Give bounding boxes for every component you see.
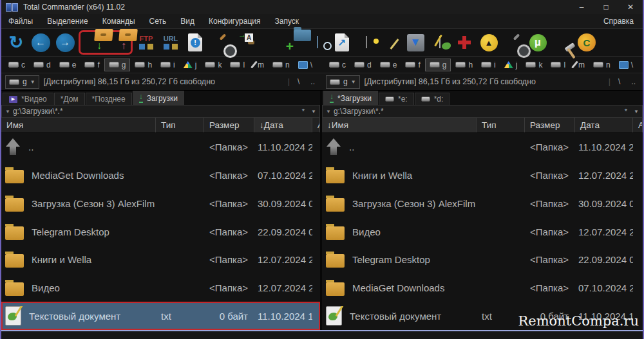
drive-h-button[interactable]: h	[451, 59, 477, 71]
drive-f-button[interactable]: f	[80, 59, 103, 71]
refresh-button[interactable]: ↻	[4, 30, 28, 55]
drive-g-button[interactable]: g	[425, 59, 451, 71]
drive-c-button[interactable]: c	[5, 59, 29, 71]
delete-button[interactable]	[256, 30, 281, 55]
path-dropdown-icon[interactable]: ▼	[326, 109, 331, 115]
drive-e-button[interactable]: e	[55, 59, 80, 71]
everything-search-button[interactable]	[501, 30, 526, 55]
menu-mark[interactable]: Выделение	[40, 17, 95, 26]
drive-j-button[interactable]: j	[180, 59, 201, 71]
menu-files[interactable]: Файлы	[1, 17, 40, 26]
menu-show[interactable]: Вид	[173, 17, 202, 26]
open-file-button[interactable]: ↗	[330, 30, 354, 55]
drive-l-button[interactable]: l	[547, 59, 569, 71]
drive-n-button[interactable]: n	[589, 59, 614, 71]
drive-i-button[interactable]: i	[477, 59, 500, 71]
folder-tab[interactable]: *d:	[415, 93, 450, 105]
favorites-button[interactable]: *	[302, 107, 305, 115]
screenshot-frame-button[interactable]	[452, 30, 477, 55]
file-row[interactable]: MediaGet Downloads<Папка>07.10.2024 2	[322, 274, 643, 302]
file-info-button[interactable]: !	[183, 30, 207, 55]
drive-d-button[interactable]: d	[350, 59, 375, 71]
column-header-attr[interactable]: А	[633, 118, 643, 133]
file-row[interactable]: Видео<Папка>12.07.2024 2	[322, 217, 643, 246]
drive-m-button[interactable]: m	[249, 59, 268, 71]
history-dropdown-button[interactable]: ▼	[311, 109, 316, 115]
drive-m-button[interactable]: m	[570, 59, 589, 71]
column-header-name[interactable]: Имя	[1, 118, 156, 133]
column-header-type[interactable]: Тип	[156, 118, 204, 133]
forward-button[interactable]: →	[53, 30, 77, 55]
drive-k-button[interactable]: k	[522, 59, 546, 71]
path-bar[interactable]: ▼ g:\Загрузки\*.* * ▼	[322, 105, 643, 118]
file-row[interactable]: Видео<Папка>12.07.2024 2	[1, 274, 320, 302]
root-dir-button[interactable]: \	[294, 77, 303, 86]
menu-help[interactable]: Справка	[594, 17, 643, 26]
minimize-button[interactable]: –	[569, 0, 594, 14]
notepad-plus-plus-button[interactable]	[428, 30, 452, 55]
pack-files-button[interactable]: ↓	[81, 30, 106, 55]
archive-tools-button[interactable]	[379, 30, 403, 55]
close-button[interactable]: ✕	[618, 0, 643, 14]
downloader-button[interactable]: ▼	[403, 30, 428, 55]
aimp-button[interactable]: ▲	[477, 30, 501, 55]
file-row[interactable]: Загрузка (Сезон 3) AlexFilm<Папка>30.09.…	[1, 189, 320, 217]
parent-dir-button[interactable]: ..	[628, 77, 639, 86]
file-row[interactable]: Загрузка (Сезон 3) AlexFilm<Папка>30.09.…	[322, 189, 643, 217]
back-button[interactable]: ←	[28, 30, 53, 55]
path-bar[interactable]: ▼ g:\Загрузки\*.* * ▼	[1, 105, 320, 118]
favorites-button[interactable]: *	[625, 107, 627, 115]
network-drive-button[interactable]: \	[615, 59, 637, 71]
drive-e-button[interactable]: e	[376, 59, 401, 71]
column-header-attr[interactable]: А	[312, 118, 320, 133]
drive-k-button[interactable]: k	[201, 59, 225, 71]
column-header-date[interactable]: Дата	[575, 118, 633, 133]
root-dir-button[interactable]: \	[615, 77, 623, 86]
xnview-button[interactable]: C	[574, 30, 599, 55]
drive-select[interactable]: g ▼	[5, 75, 39, 89]
image-viewer-button[interactable]	[354, 30, 379, 55]
file-row[interactable]: Книги и Wella<Папка>12.07.2024 2	[1, 246, 320, 274]
search-button[interactable]	[207, 30, 232, 55]
folder-tab[interactable]: ↓*Загрузки	[323, 91, 378, 105]
folder-tab[interactable]: *Позднее	[86, 93, 132, 105]
column-header-date[interactable]: ↓Дата	[254, 118, 312, 133]
column-header-name[interactable]: ↓Имя	[322, 118, 477, 133]
menu-net[interactable]: Сеть	[142, 17, 174, 26]
network-drive-button[interactable]: \	[294, 59, 316, 71]
column-header-size[interactable]: Размер	[204, 118, 254, 133]
file-row[interactable]: ..<Папка>11.10.2024 2	[1, 133, 320, 161]
drive-l-button[interactable]: l	[226, 59, 249, 71]
menu-start[interactable]: Запуск	[268, 17, 307, 26]
file-row[interactable]: Telegram Desktop<Папка>22.09.2024 0	[322, 246, 643, 274]
drive-n-button[interactable]: n	[269, 59, 294, 71]
column-header-size[interactable]: Размер	[525, 118, 575, 133]
folder-tab[interactable]: *Дом	[54, 93, 85, 105]
path-dropdown-icon[interactable]: ▼	[5, 109, 10, 115]
maximize-button[interactable]: □	[594, 0, 618, 14]
folder-tab[interactable]: ↓Загрузки	[133, 91, 184, 105]
parent-dir-button[interactable]: ..	[307, 77, 318, 86]
file-row[interactable]: ..<Папка>11.10.2024 2	[322, 133, 643, 161]
ftp-connect-button[interactable]: FTP	[134, 30, 158, 55]
drive-d-button[interactable]: d	[30, 59, 55, 71]
column-header-type[interactable]: Тип	[477, 118, 525, 133]
repair-tools-button[interactable]	[550, 30, 574, 55]
drive-h-button[interactable]: h	[131, 59, 156, 71]
drive-f-button[interactable]: f	[401, 59, 424, 71]
drive-g-button[interactable]: g	[104, 59, 131, 71]
file-row[interactable]: MediaGet Downloads<Папка>07.10.2024 2	[1, 161, 320, 190]
drive-i-button[interactable]: i	[156, 59, 179, 71]
drive-select[interactable]: g ▼	[326, 75, 360, 89]
drive-j-button[interactable]: j	[500, 59, 522, 71]
folder-tab[interactable]: ▶*Видео	[3, 93, 53, 105]
new-folder-button[interactable]: +	[281, 30, 305, 55]
file-row[interactable]: Книги и Wella<Папка>12.07.2024 2	[322, 161, 643, 190]
menu-commands[interactable]: Команды	[95, 17, 142, 26]
folder-tab[interactable]: *e:	[379, 93, 414, 105]
history-dropdown-button[interactable]: ▼	[634, 109, 639, 115]
url-connect-button[interactable]: URL	[158, 30, 183, 55]
drive-c-button[interactable]: c	[325, 59, 350, 71]
file-row[interactable]: Telegram Desktop<Папка>22.09.2024 0	[1, 217, 320, 246]
menu-configuration[interactable]: Конфигурация	[202, 17, 268, 26]
